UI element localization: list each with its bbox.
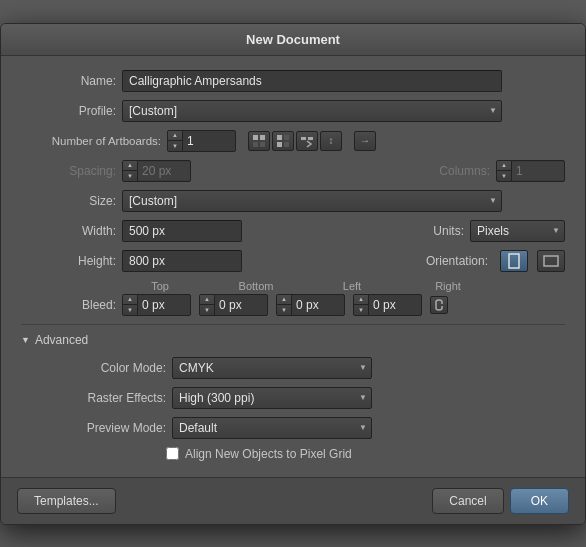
landscape-button[interactable]	[537, 250, 565, 272]
pixel-grid-row: Align New Objects to Pixel Grid	[166, 447, 565, 461]
arrow-right-icon[interactable]: →	[354, 131, 376, 151]
height-input[interactable]	[122, 250, 242, 272]
color-mode-select[interactable]: CMYK RGB	[172, 357, 372, 379]
raster-effects-label: Raster Effects:	[21, 391, 166, 405]
svg-rect-9	[308, 137, 313, 140]
title-bar: New Document	[1, 24, 585, 56]
arrange-by-row-icon[interactable]	[296, 131, 318, 151]
raster-effects-select[interactable]: High (300 ppi) Medium (150 ppi) Low (72 …	[172, 387, 372, 409]
units-select-wrapper: Pixels Points Picas Inches Millimeters C…	[470, 220, 565, 242]
size-label: Size:	[21, 194, 116, 208]
templates-button[interactable]: Templates...	[17, 488, 116, 514]
artboards-icons: ↕ →	[248, 131, 376, 151]
advanced-label: Advanced	[35, 333, 88, 347]
bleed-right-down[interactable]: ▼	[354, 305, 368, 315]
svg-rect-4	[277, 135, 282, 140]
bleed-top-up[interactable]: ▲	[123, 295, 137, 305]
bleed-left-down[interactable]: ▼	[277, 305, 291, 315]
svg-rect-1	[260, 135, 265, 140]
bleed-section: Top Bottom Left Right Bleed: ▲ ▼	[21, 280, 565, 316]
svg-rect-5	[284, 135, 289, 140]
profile-select-wrapper: [Custom]	[122, 100, 502, 122]
units-label: Units:	[433, 224, 464, 238]
height-label: Height:	[21, 254, 116, 268]
bleed-left-spinner[interactable]: ▲ ▼	[276, 294, 345, 316]
units-select[interactable]: Pixels Points Picas Inches Millimeters C…	[470, 220, 565, 242]
spacing-spinner-down[interactable]: ▼	[123, 171, 137, 181]
orientation-group: Orientation:	[426, 250, 565, 272]
columns-spinner-down[interactable]: ▼	[497, 171, 511, 181]
size-select-wrapper: [Custom]	[122, 190, 502, 212]
preview-mode-select-wrapper: Default Pixel Overprint	[172, 417, 372, 439]
spacing-row: Spacing: ▲ ▼ Columns: ▲ ▼	[21, 160, 565, 182]
bleed-bottom-header: Bottom	[212, 280, 300, 292]
bleed-bottom-up[interactable]: ▲	[200, 295, 214, 305]
bleed-label: Bleed:	[21, 298, 116, 312]
artboards-label: Number of Artboards:	[21, 135, 161, 147]
columns-spinner[interactable]: ▲ ▼	[496, 160, 565, 182]
width-label: Width:	[21, 224, 116, 238]
svg-rect-8	[301, 137, 306, 140]
artboards-spinner-down[interactable]: ▼	[168, 141, 182, 151]
name-input[interactable]	[122, 70, 502, 92]
advanced-header[interactable]: ▼ Advanced	[21, 333, 565, 347]
bleed-right-spinner[interactable]: ▲ ▼	[353, 294, 422, 316]
bleed-top-down[interactable]: ▼	[123, 305, 137, 315]
artboards-spinner[interactable]: ▲ ▼	[167, 130, 236, 152]
bleed-right-arrows[interactable]: ▲ ▼	[354, 295, 369, 315]
color-mode-row: Color Mode: CMYK RGB	[21, 357, 565, 379]
bleed-bottom-spinner[interactable]: ▲ ▼	[199, 294, 268, 316]
bleed-link-icon[interactable]	[430, 296, 448, 314]
artboards-value[interactable]	[183, 132, 235, 150]
pixel-grid-checkbox[interactable]	[166, 447, 179, 460]
columns-group: Columns: ▲ ▼	[439, 160, 565, 182]
bleed-top-value[interactable]	[138, 296, 190, 314]
profile-label: Profile:	[21, 104, 116, 118]
preview-mode-row: Preview Mode: Default Pixel Overprint	[21, 417, 565, 439]
bleed-right-value[interactable]	[369, 296, 421, 314]
bleed-inputs-row: Bleed: ▲ ▼ ▲ ▼	[21, 294, 565, 316]
bleed-top-arrows[interactable]: ▲ ▼	[123, 295, 138, 315]
svg-rect-6	[277, 142, 282, 147]
spacing-spinner-up[interactable]: ▲	[123, 161, 137, 171]
portrait-button[interactable]	[500, 250, 528, 272]
grid-by-col-icon[interactable]	[272, 131, 294, 151]
size-select[interactable]: [Custom]	[122, 190, 502, 212]
columns-value[interactable]	[512, 162, 564, 180]
spacing-spinner[interactable]: ▲ ▼	[122, 160, 191, 182]
bleed-inputs: ▲ ▼ ▲ ▼ ▲	[122, 294, 448, 316]
artboards-spinner-up[interactable]: ▲	[168, 131, 182, 141]
units-group: Units: Pixels Points Picas Inches Millim…	[433, 220, 565, 242]
preview-mode-select[interactable]: Default Pixel Overprint	[172, 417, 372, 439]
bleed-top-spinner[interactable]: ▲ ▼	[122, 294, 191, 316]
bleed-col-headers: Top Bottom Left Right	[116, 280, 492, 292]
orientation-label: Orientation:	[426, 254, 488, 268]
spacing-value[interactable]	[138, 162, 190, 180]
bleed-bottom-value[interactable]	[215, 296, 267, 314]
bleed-bottom-down[interactable]: ▼	[200, 305, 214, 315]
svg-rect-7	[284, 142, 289, 147]
columns-spinner-arrows[interactable]: ▲ ▼	[497, 161, 512, 181]
artboards-spinner-arrows[interactable]: ▲ ▼	[168, 131, 183, 151]
size-row: Size: [Custom]	[21, 190, 565, 212]
bleed-top-header: Top	[116, 280, 204, 292]
spacing-spinner-arrows[interactable]: ▲ ▼	[123, 161, 138, 181]
bleed-left-up[interactable]: ▲	[277, 295, 291, 305]
columns-spinner-up[interactable]: ▲	[497, 161, 511, 171]
bleed-left-value[interactable]	[292, 296, 344, 314]
spacing-icon[interactable]: ↕	[320, 131, 342, 151]
pixel-grid-label[interactable]: Align New Objects to Pixel Grid	[185, 447, 352, 461]
cancel-button[interactable]: Cancel	[432, 488, 503, 514]
name-label: Name:	[21, 74, 116, 88]
profile-select[interactable]: [Custom]	[122, 100, 502, 122]
svg-rect-0	[253, 135, 258, 140]
width-input[interactable]	[122, 220, 242, 242]
preview-mode-label: Preview Mode:	[21, 421, 166, 435]
bleed-left-arrows[interactable]: ▲ ▼	[277, 295, 292, 315]
svg-rect-2	[253, 142, 258, 147]
ok-button[interactable]: OK	[510, 488, 569, 514]
name-row: Name:	[21, 70, 565, 92]
grid-by-row-icon[interactable]	[248, 131, 270, 151]
bleed-bottom-arrows[interactable]: ▲ ▼	[200, 295, 215, 315]
bleed-right-up[interactable]: ▲	[354, 295, 368, 305]
